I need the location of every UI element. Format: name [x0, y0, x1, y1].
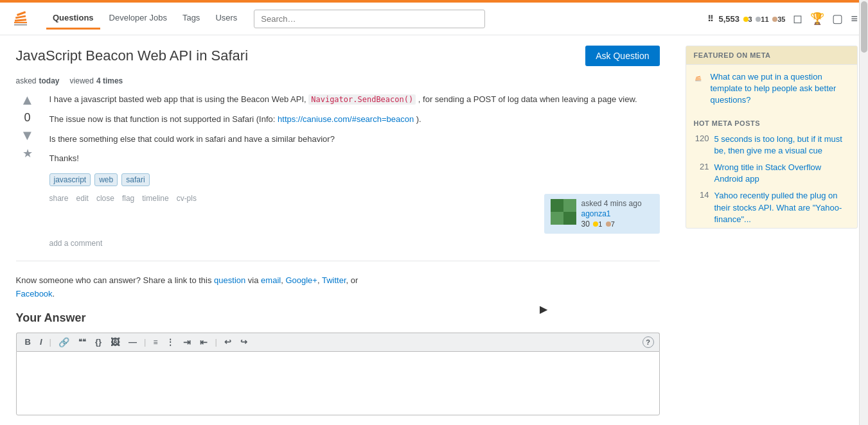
hot-meta-link-2[interactable]: Wrong title in Stack Overflow Android ap… [714, 162, 849, 185]
svg-rect-0 [14, 24, 27, 26]
user-avatar [551, 199, 576, 225]
cvpls-link[interactable]: cv-pls [177, 194, 197, 203]
reputation-score: 5,553 [718, 14, 740, 24]
user-gold-count: 1 [598, 220, 602, 228]
grid-icon: ⠿ [707, 14, 714, 24]
vote-count: 0 [24, 111, 30, 125]
logo[interactable] [10, 8, 31, 29]
hot-meta-link-1[interactable]: 5 seconds is too long, but if it must be… [714, 134, 849, 157]
main-nav: Questions Developer Jobs Tags Users [46, 8, 244, 30]
viewed-meta: viewed 4 times [70, 76, 123, 85]
username-link[interactable]: agonza1 [581, 209, 642, 218]
user-bronze-dot [606, 221, 611, 227]
twitter-link[interactable]: Twitter [322, 275, 346, 285]
timeline-link[interactable]: timeline [142, 194, 168, 203]
question-meta: asked today viewed 4 times [16, 76, 660, 85]
user-bronze-count: 7 [611, 220, 615, 228]
search-input[interactable] [254, 10, 485, 28]
redo-button[interactable]: ↪ [237, 336, 251, 348]
flag-link[interactable]: flag [122, 194, 134, 203]
toolbar-sep-3: | [213, 337, 218, 347]
answer-editor[interactable] [16, 351, 660, 415]
svg-rect-4 [17, 11, 26, 16]
link-button[interactable]: 🔗 [55, 336, 73, 349]
editor-toolbar: B I | 🔗 ❝❝ {} 🖼 — | ≡ ⋮ ⇥ ⇤ | ↩ ↪ ? [16, 333, 660, 351]
post-paragraph-2: The issue now is that function is not su… [49, 113, 660, 126]
header-right: ⠿ 5,553 3 11 35 ◻ 🏆 ▢ ≡ [707, 12, 858, 26]
upvote-button[interactable]: ▲ [21, 93, 35, 107]
nav-developer-jobs[interactable]: Developer Jobs [103, 8, 173, 30]
share-text-before: Know someone who can answer? Share a lin… [16, 275, 212, 285]
question-link[interactable]: question [214, 275, 245, 285]
page-title-row: JavaScript Beacon Web API in Safari Ask … [16, 46, 660, 66]
hot-meta-link-3[interactable]: Yahoo recently pulled the plug on their … [714, 190, 849, 225]
inbox-icon[interactable]: ◻ [793, 12, 802, 26]
scrollbar-track[interactable] [859, 0, 868, 425]
divider [16, 261, 660, 261]
share-link[interactable]: share [49, 194, 69, 203]
tag-safari[interactable]: safari [121, 173, 149, 186]
svg-rect-2 [15, 19, 26, 22]
code-button[interactable]: {} [92, 336, 105, 348]
add-comment-link[interactable]: add a comment [49, 239, 103, 248]
indent-button[interactable]: ⇥ [180, 336, 194, 349]
hamburger-icon[interactable]: ≡ [851, 12, 858, 26]
featured-item: What can we put in a question template t… [694, 71, 849, 107]
review-icon[interactable]: ▢ [832, 12, 843, 26]
svg-rect-6 [695, 79, 701, 80]
user-card: asked 4 mins ago agonza1 30 1 7 [544, 194, 660, 234]
post-layout: ▲ 0 ▼ ★ I have a javascript basted web a… [16, 93, 660, 248]
viewed-label: viewed [70, 76, 94, 85]
nav-questions[interactable]: Questions [46, 8, 100, 30]
asked-value: today [39, 76, 60, 85]
meta-so-icon [694, 73, 705, 87]
svg-rect-7 [695, 78, 700, 79]
para1-end: , for sending a POST of log data when le… [418, 94, 637, 104]
tag-javascript[interactable]: javascript [49, 173, 91, 186]
featured-link[interactable]: What can we put in a question template t… [711, 71, 849, 107]
bronze-count: 35 [777, 15, 785, 23]
hot-meta-count-2: 21 [694, 162, 709, 171]
downvote-button[interactable]: ▼ [21, 128, 35, 143]
nav-users[interactable]: Users [209, 8, 244, 30]
edit-link[interactable]: edit [76, 194, 89, 203]
hot-meta-list: 120 5 seconds is too long, but if it mus… [686, 131, 857, 228]
your-answer-title: Your Answer [16, 311, 660, 325]
scrollbar-thumb[interactable] [861, 1, 867, 53]
image-button[interactable]: 🖼 [107, 336, 123, 349]
viewed-value: 4 times [96, 76, 123, 85]
page-title: JavaScript Beacon Web API in Safari [16, 48, 249, 64]
email-link[interactable]: email [261, 275, 281, 285]
svg-rect-8 [696, 76, 700, 78]
featured-on-meta-content: What can we put in a question template t… [686, 65, 857, 113]
ul-button[interactable]: ⋮ [163, 336, 177, 348]
tag-web[interactable]: web [94, 173, 118, 186]
list-item: 21 Wrong title in Stack Overflow Android… [686, 159, 857, 187]
hot-meta-title: HOT META POSTS [686, 113, 857, 131]
para1-start: I have a javascript basted web app that … [49, 94, 306, 104]
svg-rect-3 [15, 15, 26, 19]
trophy-icon[interactable]: 🏆 [810, 12, 824, 26]
facebook-link[interactable]: Facebook [16, 289, 53, 299]
bookmark-button[interactable]: ★ [22, 146, 33, 160]
help-button[interactable]: ? [642, 336, 654, 348]
italic-button[interactable]: I [37, 336, 46, 348]
caniuse-link[interactable]: https://caniuse.com/#search=beacon [278, 114, 414, 124]
horizontal-button[interactable]: — [125, 336, 140, 348]
googleplus-link[interactable]: Google+ [285, 275, 317, 285]
share-section: Know someone who can answer? Share a lin… [16, 274, 660, 301]
ol-button[interactable]: ≡ [150, 336, 161, 348]
close-link[interactable]: close [96, 194, 114, 203]
para2-start: The issue now is that function is not su… [49, 114, 276, 124]
main-container: JavaScript Beacon Web API in Safari Ask … [1, 35, 868, 425]
nav-tags[interactable]: Tags [176, 8, 206, 30]
svg-rect-1 [14, 22, 27, 23]
ask-question-button[interactable]: Ask Question [585, 46, 659, 66]
reputation-block[interactable]: ⠿ 5,553 3 11 35 [707, 14, 786, 24]
vote-cell: ▲ 0 ▼ ★ [16, 93, 39, 248]
undo-button[interactable]: ↩ [221, 336, 235, 348]
outdent-button[interactable]: ⇤ [197, 336, 211, 349]
content-area: JavaScript Beacon Web API in Safari Ask … [1, 35, 675, 425]
bold-button[interactable]: B [22, 336, 34, 348]
blockquote-button[interactable]: ❝❝ [75, 336, 89, 347]
